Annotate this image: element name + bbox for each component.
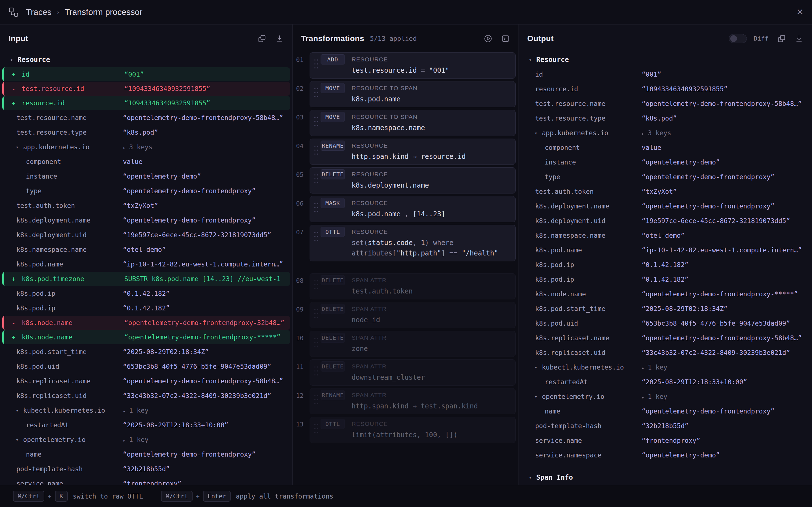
attribute-key: k8s.deployment.uid (16, 231, 87, 238)
input-attribute-tree[interactable]: ▾Resource+id“001”-test.resource.id“10943… (0, 52, 292, 485)
transform-type-badge: OTTL (320, 227, 345, 237)
transform-card[interactable]: ADDRESOURCEtest.resource.id = "001" (310, 52, 516, 78)
diff-toggle[interactable] (729, 34, 747, 43)
drag-handle-icon[interactable] (314, 280, 319, 290)
attribute-value: “opentelemetry-demo-frontendproxy” (642, 407, 808, 415)
transform-code: limit(attributes, 100, []) (352, 431, 511, 439)
attribute-key: pod-template-hash (535, 422, 601, 430)
drag-handle-icon[interactable] (314, 367, 319, 377)
group-row[interactable]: ▾app.kubernetes.io▸3 keys (519, 126, 812, 140)
attribute-row: k8s.node.name“opentelemetry-demo-fronten… (519, 287, 812, 301)
attribute-key: instance (26, 173, 57, 180)
attribute-row: k8s.pod.ip“0.1.42.182” (519, 272, 812, 287)
group-key-count: ▸3 keys (123, 144, 289, 151)
drag-handle-icon[interactable] (314, 338, 319, 348)
attribute-value: “opentelemetry-demo-frontendproxy” (123, 217, 289, 224)
drag-handle-icon[interactable] (314, 59, 319, 69)
download-icon[interactable] (275, 34, 284, 43)
drag-handle-icon[interactable] (314, 424, 319, 434)
attribute-value: “ip-10-1-42-82.eu-west-1.compute.intern…… (123, 261, 289, 268)
attribute-key: app.kubernetes.io (542, 129, 608, 136)
attribute-value: “19e597ce-6ece-45cc-8672-321819073dd5” (123, 231, 289, 238)
transform-index: 13 (296, 421, 304, 428)
attribute-key: k8s.pod.name (535, 246, 582, 254)
attribute-value: “opentelemetry-demo” (642, 452, 808, 459)
caret-down-icon: ▾ (10, 57, 13, 62)
group-key-count: ▸1 key (123, 407, 289, 414)
attribute-value: “10943346340932591855” (124, 100, 286, 107)
transform-code: test.auth.token (352, 287, 511, 296)
attribute-value: “0.1.42.182” (642, 276, 808, 283)
attribute-key: k8s.pod.start_time (535, 305, 605, 313)
attribute-value: “ip-10-1-42-82.eu-west-1.compute.intern…… (642, 246, 808, 254)
transform-card[interactable]: OTTLRESOURCElimit(attributes, 100, []) (310, 417, 516, 443)
group-row[interactable]: ▾kubectl.kubernetes.io▸1 key (519, 360, 812, 375)
group-row[interactable]: ▾kubectl.kubernetes.io▸1 key (0, 403, 292, 418)
transform-card[interactable]: DELETESPAN ATTRnode_id (310, 302, 516, 328)
drag-handle-icon[interactable] (314, 174, 319, 184)
attribute-row: componentvalue (519, 140, 812, 155)
attribute-value: “k8s.pod” (123, 129, 289, 136)
transform-card[interactable]: DELETESPAN ATTRzone (310, 331, 516, 357)
transform-card[interactable]: DELETERESOURCEk8s.deployment.name (310, 167, 516, 193)
transform-card[interactable]: DELETESPAN ATTRdownstream_cluster (310, 359, 516, 386)
drag-handle-icon[interactable] (314, 395, 319, 405)
attribute-value: “opentelemetry-demo-frontendproxy-58b48…… (642, 334, 808, 342)
attribute-key: pod-template-hash (16, 465, 83, 473)
attribute-key: instance (545, 159, 576, 166)
copy-icon[interactable] (257, 34, 266, 43)
attribute-value: “653bc3b8-40f5-4776-b5fe-9047e53dad09” (123, 363, 289, 370)
drag-handle-icon[interactable] (314, 203, 319, 213)
drag-handle-icon[interactable] (314, 88, 319, 98)
keyboard-shortcut: ⌘/Ctrl+Kswitch to raw OTTL (13, 491, 143, 502)
transform-card[interactable]: RENAMERESOURCEhttp.span.kind → resource.… (310, 138, 516, 165)
attribute-value: “0.1.42.182” (642, 261, 808, 269)
attribute-key: test.resource.id (22, 85, 84, 93)
breadcrumb-traces[interactable]: Traces (26, 7, 52, 17)
transform-card[interactable]: MOVERESOURCE TO SPANk8s.pod.name (310, 81, 516, 107)
copy-icon[interactable] (777, 34, 786, 43)
transform-card[interactable]: OTTLRESOURCEset(status.code, 1) whereatt… (310, 225, 516, 262)
output-attribute-tree[interactable]: ▾Resourceid“001”resource.id“109433463409… (519, 52, 812, 485)
attribute-row: +id“001” (2, 67, 290, 81)
transform-card[interactable]: RENAMESPAN ATTRhttp.span.kind → test.spa… (310, 388, 516, 414)
drag-handle-icon[interactable] (314, 232, 319, 242)
transform-target-label: RESOURCE (352, 228, 388, 235)
attribute-key: service.namespace (535, 452, 601, 459)
caret-down-icon: ▾ (535, 130, 538, 136)
terminal-icon[interactable] (501, 34, 510, 43)
transform-card[interactable]: MASKRESOURCEk8s.pod.name , [14..23] (310, 196, 516, 222)
attribute-value: value (642, 144, 808, 151)
transform-card[interactable]: DELETESPAN ATTRtest.auth.token (310, 273, 516, 299)
transform-card-row: 01ADDRESOURCEtest.resource.id = "001" (310, 52, 516, 78)
attribute-key: k8s.pod.start_time (16, 348, 87, 355)
download-icon[interactable] (795, 34, 804, 43)
attribute-value: “32b218b55d” (123, 465, 289, 473)
group-row[interactable]: ▾app.kubernetes.io▸3 keys (0, 140, 292, 154)
diff-removed-icon: - (11, 85, 15, 93)
drag-handle-icon[interactable] (314, 309, 319, 319)
kbd-key: Enter (203, 491, 231, 502)
transform-card-row: 05DELETERESOURCEk8s.deployment.name (310, 167, 516, 193)
close-icon[interactable]: ✕ (797, 8, 804, 16)
group-key-count: ▸1 key (642, 393, 808, 400)
section-row[interactable]: ▾Resource (0, 52, 292, 67)
attribute-key: k8s.node.name (22, 334, 72, 341)
drag-handle-icon[interactable] (314, 117, 319, 127)
transform-target-label: RESOURCE (352, 56, 388, 63)
group-row[interactable]: ▾opentelemetry.io▸1 key (0, 432, 292, 447)
transform-target-label: RESOURCE TO SPAN (352, 85, 417, 92)
attribute-key: kubectl.kubernetes.io (23, 407, 105, 414)
transform-card[interactable]: MOVERESOURCE TO SPANk8s.namespace.name (310, 110, 516, 136)
transformations-list[interactable]: 01ADDRESOURCEtest.resource.id = "001"02M… (293, 52, 518, 485)
attribute-key: test.resource.type (16, 129, 87, 136)
section-row[interactable]: ▾Resource (519, 52, 812, 67)
group-key-count: ▸3 keys (642, 129, 808, 136)
drag-handle-icon[interactable] (314, 146, 319, 156)
attribute-key: k8s.deployment.name (535, 203, 609, 210)
section-row[interactable]: ▾Span Info (519, 470, 812, 485)
input-panel-header: Input (0, 24, 292, 52)
applied-count: 5/13 applied (370, 35, 417, 42)
group-row[interactable]: ▾opentelemetry.io▸1 key (519, 389, 812, 404)
run-icon[interactable] (484, 34, 493, 43)
